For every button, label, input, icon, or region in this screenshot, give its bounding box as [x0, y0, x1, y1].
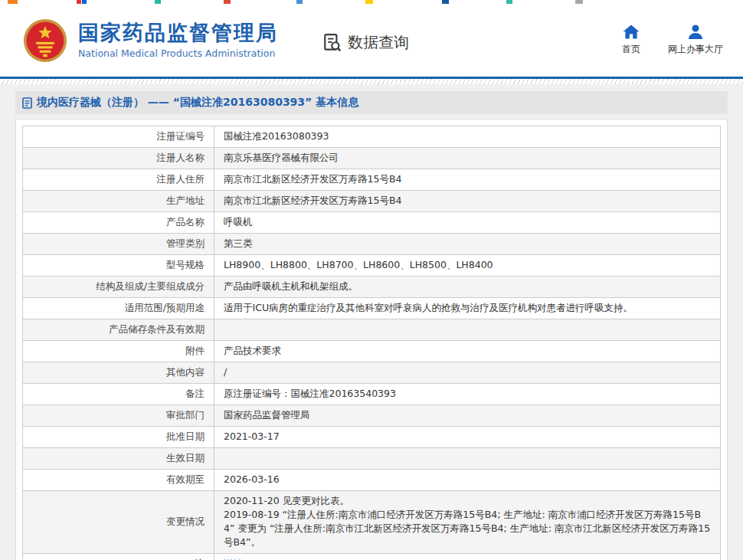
nav-home[interactable]: 首页 — [622, 25, 640, 56]
table-row: 审批部门国家药品监督管理局 — [23, 405, 721, 427]
row-value: 南京市江北新区经济开发区万寿路15号B4 — [214, 169, 721, 191]
row-value: 2026-03-16 — [214, 470, 721, 491]
table-row: 产品名称呼吸机 — [23, 212, 721, 234]
row-value: 南京乐基医疗器械有限公司 — [214, 148, 721, 169]
row-label: 生效日期 — [23, 448, 214, 470]
data-query-label: 数据查询 — [348, 32, 409, 53]
row-label: 结构及组成/主要组成成分 — [23, 277, 214, 298]
row-label: 有效期至 — [23, 470, 214, 491]
table-row: 有效期至2026-03-16 — [23, 470, 721, 491]
row-value: / — [214, 362, 721, 384]
favicon-blue-icon[interactable] — [82, 0, 87, 4]
row-label: 适用范围/预期用途 — [23, 298, 214, 319]
site-logo[interactable]: 国家药品监督管理局 National Medical Products Admi… — [23, 18, 278, 63]
site-header: 国家药品监督管理局 National Medical Products Admi… — [0, 4, 743, 77]
row-label: 型号规格 — [23, 255, 214, 277]
registration-info-card: 注册证编号国械注准20163080393注册人名称南京乐基医疗器械有限公司注册人… — [15, 119, 728, 560]
favicon-navy-icon[interactable] — [442, 0, 449, 4]
nav-home-label: 首页 — [622, 43, 640, 56]
row-label: 管理类别 — [23, 234, 214, 255]
table-row: 型号规格LH8900、LH8800、LH8700、LH8600、LH8500、L… — [23, 255, 721, 277]
row-value: 2020-11-20 见变更对比表。 2019-08-19 “注册人住所:南京市… — [214, 491, 721, 554]
table-row: 注册人住所南京市江北新区经济开发区万寿路15号B4 — [23, 169, 721, 191]
row-value: 南京市江北新区经济开发区万寿路15号B4 — [214, 191, 721, 212]
favicon-red-icon[interactable] — [77, 0, 81, 4]
national-emblem-icon — [23, 18, 67, 63]
table-row: 批准日期2021-03-17 — [23, 427, 721, 448]
row-label: 附件 — [23, 341, 214, 362]
table-row: 适用范围/预期用途适用于ICU病房的重症治疗及其他科室对呼衰病人的抢救与治疗及医… — [23, 298, 721, 319]
table-row: 生产地址南京市江北新区经济开发区万寿路15号B4 — [23, 191, 721, 212]
favicon-lightblue-icon[interactable] — [296, 0, 303, 4]
bookmarks-bar — [0, 0, 743, 4]
table-row: 管理类别第三类 — [23, 234, 721, 255]
row-value: 国械注准20163080393 — [214, 126, 721, 148]
registration-info-table: 注册证编号国械注准20163080393注册人名称南京乐基医疗器械有限公司注册人… — [22, 126, 721, 560]
row-label: 注 — [23, 554, 214, 560]
table-row: 变更情况2020-11-20 见变更对比表。 2019-08-19 “注册人住所… — [23, 491, 721, 554]
row-value — [214, 448, 721, 470]
row-label: 注册人住所 — [23, 169, 214, 191]
table-row: 结构及组成/主要组成成分产品由呼吸机主机和机架组成。 — [23, 277, 721, 298]
org-names: 国家药品监督管理局 National Medical Products Admi… — [78, 21, 278, 59]
header-nav: 首页 网上办事大厅 — [622, 25, 729, 56]
row-value — [214, 319, 721, 341]
row-value: 适用于ICU病房的重症治疗及其他科室对呼衰病人的抢救与治疗及医疗机构对患者进行呼… — [214, 298, 721, 319]
row-value: 第三类 — [214, 234, 721, 255]
info-table-body: 注册证编号国械注准20163080393注册人名称南京乐基医疗器械有限公司注册人… — [23, 126, 721, 560]
row-value: 产品技术要求 — [214, 341, 721, 362]
row-value: 详情 — [214, 554, 721, 560]
org-name-en: National Medical Products Administration — [78, 47, 278, 59]
person-icon — [687, 25, 704, 39]
row-label: 注册人名称 — [23, 148, 214, 169]
table-row: 注册人名称南京乐基医疗器械有限公司 — [23, 148, 721, 169]
org-name-zh: 国家药品监督管理局 — [78, 21, 278, 44]
row-value: 呼吸机 — [214, 212, 721, 234]
row-value: 2021-03-17 — [214, 427, 721, 448]
table-row: 附件产品技术要求 — [23, 341, 721, 362]
data-query-section-tag: 数据查询 — [322, 32, 409, 53]
data-query-icon — [322, 33, 342, 53]
favicon-teal2-icon[interactable] — [506, 0, 512, 4]
favicon-gray-icon[interactable] — [575, 0, 583, 4]
nav-service-hall-label: 网上办事大厅 — [668, 43, 723, 56]
row-value: 原注册证编号：国械注准20163540393 — [214, 384, 721, 405]
row-label: 批准日期 — [23, 427, 214, 448]
favicon-orange-icon[interactable] — [8, 0, 18, 4]
favicon-teal-icon[interactable] — [155, 0, 161, 4]
breadcrumb: 境内医疗器械（注册） —— “国械注准20163080393” 基本信息 — [15, 91, 728, 114]
row-value: 国家药品监督管理局 — [214, 405, 721, 427]
page-title: 境内医疗器械（注册） —— “国械注准20163080393” 基本信息 — [37, 96, 358, 110]
row-label: 生产地址 — [23, 191, 214, 212]
favicon-yellow-icon[interactable] — [365, 0, 373, 4]
hatch-strip — [0, 79, 743, 84]
document-icon — [22, 97, 32, 109]
table-row: 注册证编号国械注准20163080393 — [23, 126, 721, 148]
row-label: 其他内容 — [23, 362, 214, 384]
favicon-dotted-red-icon[interactable] — [224, 0, 231, 4]
row-value: LH8900、LH8800、LH8700、LH8600、LH8500、LH840… — [214, 255, 721, 277]
table-row: 其他内容/ — [23, 362, 721, 384]
row-label: 产品储存条件及有效期 — [23, 319, 214, 341]
row-value: 产品由呼吸机主机和机架组成。 — [214, 277, 721, 298]
row-label: 备注 — [23, 384, 214, 405]
table-row: 生效日期 — [23, 448, 721, 470]
page-content: 境内医疗器械（注册） —— “国械注准20163080393” 基本信息 注册证… — [0, 84, 743, 560]
table-row: 注详情 — [23, 554, 721, 560]
row-label: 产品名称 — [23, 212, 214, 234]
row-label: 审批部门 — [23, 405, 214, 427]
row-label: 注册证编号 — [23, 126, 214, 148]
row-label: 变更情况 — [23, 491, 214, 554]
home-icon — [623, 25, 640, 39]
table-row: 产品储存条件及有效期 — [23, 319, 721, 341]
table-row: 备注原注册证编号：国械注准20163540393 — [23, 384, 721, 405]
nav-service-hall[interactable]: 网上办事大厅 — [668, 25, 723, 56]
